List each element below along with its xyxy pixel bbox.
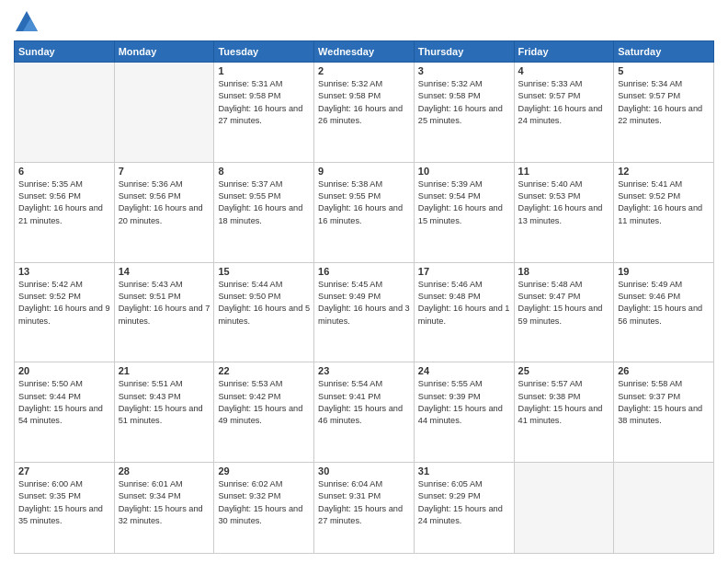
calendar-header-row: SundayMondayTuesdayWednesdayThursdayFrid…: [15, 41, 714, 63]
day-number: 10: [418, 166, 510, 177]
day-info: Sunrise: 5:38 AM Sunset: 9:55 PM Dayligh…: [318, 178, 410, 227]
calendar-header-saturday: Saturday: [614, 41, 714, 63]
day-info: Sunrise: 5:32 AM Sunset: 9:58 PM Dayligh…: [418, 78, 510, 127]
calendar-day: 10Sunrise: 5:39 AM Sunset: 9:54 PM Dayli…: [414, 162, 514, 262]
page: SundayMondayTuesdayWednesdayThursdayFrid…: [0, 0, 728, 563]
calendar-day: 17Sunrise: 5:46 AM Sunset: 9:48 PM Dayli…: [414, 262, 514, 362]
day-info: Sunrise: 5:33 AM Sunset: 9:57 PM Dayligh…: [518, 78, 610, 127]
calendar-day: 19Sunrise: 5:49 AM Sunset: 9:46 PM Dayli…: [614, 262, 714, 362]
day-info: Sunrise: 5:40 AM Sunset: 9:53 PM Dayligh…: [518, 178, 610, 227]
calendar-day: [614, 463, 714, 554]
calendar-day: 23Sunrise: 5:54 AM Sunset: 9:41 PM Dayli…: [314, 362, 415, 463]
day-number: 23: [318, 365, 410, 376]
logo-icon: [14, 9, 40, 35]
day-number: 13: [18, 266, 110, 277]
day-info: Sunrise: 5:44 AM Sunset: 9:50 PM Dayligh…: [218, 279, 310, 327]
day-number: 31: [418, 465, 510, 477]
day-info: Sunrise: 5:55 AM Sunset: 9:39 PM Dayligh…: [418, 378, 510, 427]
calendar-day: 1Sunrise: 5:31 AM Sunset: 9:58 PM Daylig…: [214, 63, 314, 163]
day-number: 5: [618, 65, 710, 76]
day-number: 14: [119, 266, 210, 277]
calendar-day: 26Sunrise: 5:58 AM Sunset: 9:37 PM Dayli…: [614, 362, 714, 463]
calendar-week-3: 13Sunrise: 5:42 AM Sunset: 9:52 PM Dayli…: [15, 262, 714, 362]
day-info: Sunrise: 5:53 AM Sunset: 9:42 PM Dayligh…: [218, 378, 310, 427]
calendar-header-monday: Monday: [114, 41, 214, 63]
day-number: 28: [119, 465, 210, 477]
calendar-day: 31Sunrise: 6:05 AM Sunset: 9:29 PM Dayli…: [414, 463, 514, 554]
day-number: 19: [618, 266, 710, 277]
calendar-table: SundayMondayTuesdayWednesdayThursdayFrid…: [14, 40, 714, 554]
calendar-day: 4Sunrise: 5:33 AM Sunset: 9:57 PM Daylig…: [514, 63, 614, 163]
day-number: 18: [518, 266, 610, 277]
day-number: 1: [218, 65, 310, 76]
day-number: 8: [218, 166, 310, 177]
day-info: Sunrise: 5:39 AM Sunset: 9:54 PM Dayligh…: [418, 178, 510, 227]
day-info: Sunrise: 5:54 AM Sunset: 9:41 PM Dayligh…: [318, 378, 410, 427]
day-info: Sunrise: 6:04 AM Sunset: 9:31 PM Dayligh…: [318, 478, 410, 527]
day-info: Sunrise: 6:00 AM Sunset: 9:35 PM Dayligh…: [18, 478, 110, 527]
calendar-header-sunday: Sunday: [15, 41, 115, 63]
day-number: 11: [518, 166, 610, 177]
day-info: Sunrise: 5:43 AM Sunset: 9:51 PM Dayligh…: [119, 279, 210, 327]
calendar-day: [114, 63, 214, 163]
calendar-day: 5Sunrise: 5:34 AM Sunset: 9:57 PM Daylig…: [614, 63, 714, 163]
day-number: 3: [418, 65, 510, 76]
calendar-day: 24Sunrise: 5:55 AM Sunset: 9:39 PM Dayli…: [414, 362, 514, 463]
calendar-day: 12Sunrise: 5:41 AM Sunset: 9:52 PM Dayli…: [614, 162, 714, 262]
day-info: Sunrise: 5:31 AM Sunset: 9:58 PM Dayligh…: [218, 78, 310, 127]
day-info: Sunrise: 5:46 AM Sunset: 9:48 PM Dayligh…: [418, 279, 510, 327]
day-number: 20: [18, 365, 110, 376]
calendar-header-thursday: Thursday: [414, 41, 514, 63]
calendar-header-friday: Friday: [514, 41, 614, 63]
day-number: 12: [618, 166, 710, 177]
day-number: 2: [318, 65, 410, 76]
day-number: 24: [418, 365, 510, 376]
day-number: 7: [119, 166, 210, 177]
day-info: Sunrise: 5:42 AM Sunset: 9:52 PM Dayligh…: [18, 279, 110, 327]
day-number: 16: [318, 266, 410, 277]
calendar-week-4: 20Sunrise: 5:50 AM Sunset: 9:44 PM Dayli…: [15, 362, 714, 463]
calendar-day: 6Sunrise: 5:35 AM Sunset: 9:56 PM Daylig…: [15, 162, 115, 262]
day-number: 15: [218, 266, 310, 277]
day-info: Sunrise: 5:35 AM Sunset: 9:56 PM Dayligh…: [18, 178, 110, 227]
day-info: Sunrise: 5:37 AM Sunset: 9:55 PM Dayligh…: [218, 178, 310, 227]
day-number: 22: [218, 365, 310, 376]
calendar-day: 16Sunrise: 5:45 AM Sunset: 9:49 PM Dayli…: [314, 262, 415, 362]
header: [14, 9, 714, 35]
calendar-day: 25Sunrise: 5:57 AM Sunset: 9:38 PM Dayli…: [514, 362, 614, 463]
calendar-day: [514, 463, 614, 554]
day-number: 21: [119, 365, 210, 376]
day-number: 26: [618, 365, 710, 376]
day-info: Sunrise: 5:51 AM Sunset: 9:43 PM Dayligh…: [119, 378, 210, 427]
day-info: Sunrise: 5:36 AM Sunset: 9:56 PM Dayligh…: [119, 178, 210, 227]
calendar-week-5: 27Sunrise: 6:00 AM Sunset: 9:35 PM Dayli…: [15, 463, 714, 554]
calendar-day: 11Sunrise: 5:40 AM Sunset: 9:53 PM Dayli…: [514, 162, 614, 262]
day-info: Sunrise: 6:05 AM Sunset: 9:29 PM Dayligh…: [418, 478, 510, 527]
day-number: 27: [18, 465, 110, 477]
day-info: Sunrise: 6:02 AM Sunset: 9:32 PM Dayligh…: [218, 478, 310, 527]
calendar-header-wednesday: Wednesday: [314, 41, 415, 63]
day-number: 29: [218, 465, 310, 477]
day-info: Sunrise: 5:41 AM Sunset: 9:52 PM Dayligh…: [618, 178, 710, 227]
calendar-day: 9Sunrise: 5:38 AM Sunset: 9:55 PM Daylig…: [314, 162, 415, 262]
calendar-day: 30Sunrise: 6:04 AM Sunset: 9:31 PM Dayli…: [314, 463, 415, 554]
day-number: 4: [518, 65, 610, 76]
day-info: Sunrise: 5:34 AM Sunset: 9:57 PM Dayligh…: [618, 78, 710, 127]
calendar-day: 2Sunrise: 5:32 AM Sunset: 9:58 PM Daylig…: [314, 63, 415, 163]
day-info: Sunrise: 5:49 AM Sunset: 9:46 PM Dayligh…: [618, 279, 710, 327]
calendar-day: 13Sunrise: 5:42 AM Sunset: 9:52 PM Dayli…: [15, 262, 115, 362]
calendar-day: 28Sunrise: 6:01 AM Sunset: 9:34 PM Dayli…: [114, 463, 214, 554]
calendar-day: 7Sunrise: 5:36 AM Sunset: 9:56 PM Daylig…: [114, 162, 214, 262]
day-info: Sunrise: 5:45 AM Sunset: 9:49 PM Dayligh…: [318, 279, 410, 327]
day-number: 30: [318, 465, 410, 477]
calendar-day: 20Sunrise: 5:50 AM Sunset: 9:44 PM Dayli…: [15, 362, 115, 463]
calendar-header-tuesday: Tuesday: [214, 41, 314, 63]
day-number: 17: [418, 266, 510, 277]
calendar-day: 29Sunrise: 6:02 AM Sunset: 9:32 PM Dayli…: [214, 463, 314, 554]
day-info: Sunrise: 5:32 AM Sunset: 9:58 PM Dayligh…: [318, 78, 410, 127]
day-info: Sunrise: 5:58 AM Sunset: 9:37 PM Dayligh…: [618, 378, 710, 427]
day-info: Sunrise: 5:57 AM Sunset: 9:38 PM Dayligh…: [518, 378, 610, 427]
calendar-week-2: 6Sunrise: 5:35 AM Sunset: 9:56 PM Daylig…: [15, 162, 714, 262]
calendar-day: [15, 63, 115, 163]
calendar-day: 18Sunrise: 5:48 AM Sunset: 9:47 PM Dayli…: [514, 262, 614, 362]
